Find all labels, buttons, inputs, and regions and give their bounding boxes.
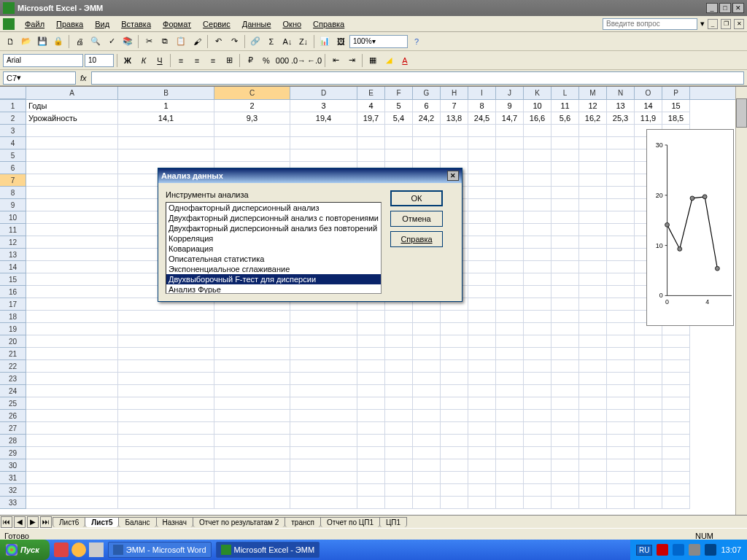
cell-B24[interactable] bbox=[118, 385, 214, 397]
cell-K33[interactable] bbox=[524, 497, 551, 509]
cell-P1[interactable]: 15 bbox=[662, 100, 690, 112]
ok-button[interactable]: ОК bbox=[390, 190, 443, 206]
cell-H30[interactable] bbox=[441, 459, 468, 472]
cell-B18[interactable] bbox=[118, 311, 214, 323]
cell-D29[interactable] bbox=[290, 447, 357, 459]
underline-button[interactable]: Ч bbox=[152, 53, 167, 68]
cell-M1[interactable]: 12 bbox=[579, 100, 607, 112]
sheet-tab[interactable]: Отчет по результатам 2 bbox=[193, 517, 285, 527]
cell-E31[interactable] bbox=[357, 472, 385, 484]
cell-F30[interactable] bbox=[385, 459, 413, 472]
row-header-33[interactable]: 33 bbox=[0, 497, 26, 509]
tool-item[interactable]: Описательная статистика bbox=[166, 254, 381, 264]
inc-decimal-button[interactable]: .0→ bbox=[291, 53, 306, 68]
cell-M29[interactable] bbox=[579, 447, 607, 459]
cell-J13[interactable] bbox=[496, 249, 524, 261]
cell-A31[interactable] bbox=[26, 472, 118, 484]
cell-A6[interactable] bbox=[26, 162, 118, 174]
cell-M27[interactable] bbox=[579, 422, 607, 435]
cell-N3[interactable] bbox=[607, 125, 635, 137]
cell-K20[interactable] bbox=[524, 335, 551, 348]
cell-L22[interactable] bbox=[551, 360, 579, 373]
cell-M23[interactable] bbox=[579, 373, 607, 385]
cell-J8[interactable] bbox=[496, 187, 524, 199]
col-header-G[interactable]: G bbox=[413, 87, 441, 99]
dialog-close-button[interactable]: ✕ bbox=[447, 171, 459, 181]
cell-K32[interactable] bbox=[524, 484, 551, 497]
cell-H20[interactable] bbox=[441, 335, 468, 348]
sheet-tab[interactable]: ЦП1 bbox=[379, 517, 407, 527]
tab-nav-last[interactable]: ⏭ bbox=[40, 516, 52, 528]
dec-indent-button[interactable]: ⇤ bbox=[328, 53, 343, 68]
row-header-7[interactable]: 7 bbox=[0, 174, 26, 187]
cell-I22[interactable] bbox=[468, 360, 496, 373]
cell-E20[interactable] bbox=[357, 335, 385, 348]
cell-C23[interactable] bbox=[214, 373, 290, 385]
cell-M18[interactable] bbox=[579, 311, 607, 323]
cell-K30[interactable] bbox=[524, 459, 551, 472]
tab-nav-next[interactable]: ▶ bbox=[27, 516, 39, 528]
row-header-28[interactable]: 28 bbox=[0, 435, 26, 447]
cell-G1[interactable]: 6 bbox=[413, 100, 441, 112]
cell-C21[interactable] bbox=[214, 348, 290, 360]
cell-J3[interactable] bbox=[496, 125, 524, 137]
cell-I4[interactable] bbox=[468, 137, 496, 149]
cell-C26[interactable] bbox=[214, 410, 290, 422]
cell-I9[interactable] bbox=[468, 199, 496, 211]
select-all-corner[interactable] bbox=[0, 87, 26, 99]
tool-item[interactable]: Анализ Фурье bbox=[166, 284, 381, 294]
cell-J22[interactable] bbox=[496, 360, 524, 373]
mdi-close[interactable]: ✕ bbox=[734, 19, 744, 29]
cell-L26[interactable] bbox=[551, 410, 579, 422]
cell-K19[interactable] bbox=[524, 323, 551, 335]
cell-F29[interactable] bbox=[385, 447, 413, 459]
cell-C30[interactable] bbox=[214, 459, 290, 472]
cell-L19[interactable] bbox=[551, 323, 579, 335]
cell-H31[interactable] bbox=[441, 472, 468, 484]
cell-K23[interactable] bbox=[524, 373, 551, 385]
cell-K12[interactable] bbox=[524, 236, 551, 249]
cell-L24[interactable] bbox=[551, 385, 579, 397]
cell-C4[interactable] bbox=[214, 137, 290, 149]
start-button[interactable]: Пуск bbox=[0, 540, 50, 560]
cell-N10[interactable] bbox=[607, 211, 635, 224]
cell-A7[interactable] bbox=[26, 174, 118, 187]
col-header-A[interactable]: A bbox=[26, 87, 118, 99]
cell-P32[interactable] bbox=[662, 484, 690, 497]
cell-N15[interactable] bbox=[607, 273, 635, 286]
cell-J16[interactable] bbox=[496, 286, 524, 298]
cell-K1[interactable]: 10 bbox=[524, 100, 551, 112]
cell-G18[interactable] bbox=[413, 311, 441, 323]
cell-C29[interactable] bbox=[214, 447, 290, 459]
drawing-button[interactable]: 🖼 bbox=[333, 34, 348, 49]
cell-O32[interactable] bbox=[635, 484, 662, 497]
cell-K5[interactable] bbox=[524, 149, 551, 162]
cell-I32[interactable] bbox=[468, 484, 496, 497]
cell-I26[interactable] bbox=[468, 410, 496, 422]
tool-item[interactable]: Двухфакторный дисперсионный анализ с пов… bbox=[166, 213, 381, 223]
cell-O25[interactable] bbox=[635, 397, 662, 410]
research-button[interactable]: 📚 bbox=[120, 34, 135, 49]
cell-D25[interactable] bbox=[290, 397, 357, 410]
cell-F18[interactable] bbox=[385, 311, 413, 323]
cell-C2[interactable]: 9,3 bbox=[214, 112, 290, 125]
cell-J32[interactable] bbox=[496, 484, 524, 497]
font-select[interactable]: Arial bbox=[3, 54, 83, 67]
cell-A3[interactable] bbox=[26, 125, 118, 137]
cell-P24[interactable] bbox=[662, 385, 690, 397]
cell-D32[interactable] bbox=[290, 484, 357, 497]
cell-I3[interactable] bbox=[468, 125, 496, 137]
cell-L10[interactable] bbox=[551, 211, 579, 224]
cell-N9[interactable] bbox=[607, 199, 635, 211]
cell-A14[interactable] bbox=[26, 261, 118, 273]
cell-K7[interactable] bbox=[524, 174, 551, 187]
align-center-button[interactable]: ≡ bbox=[190, 53, 204, 68]
cell-B5[interactable] bbox=[118, 149, 214, 162]
cell-J19[interactable] bbox=[496, 323, 524, 335]
cell-M28[interactable] bbox=[579, 435, 607, 447]
cell-J7[interactable] bbox=[496, 174, 524, 187]
row-header-14[interactable]: 14 bbox=[0, 261, 26, 273]
cell-F19[interactable] bbox=[385, 323, 413, 335]
cell-H4[interactable] bbox=[441, 137, 468, 149]
cell-H29[interactable] bbox=[441, 447, 468, 459]
